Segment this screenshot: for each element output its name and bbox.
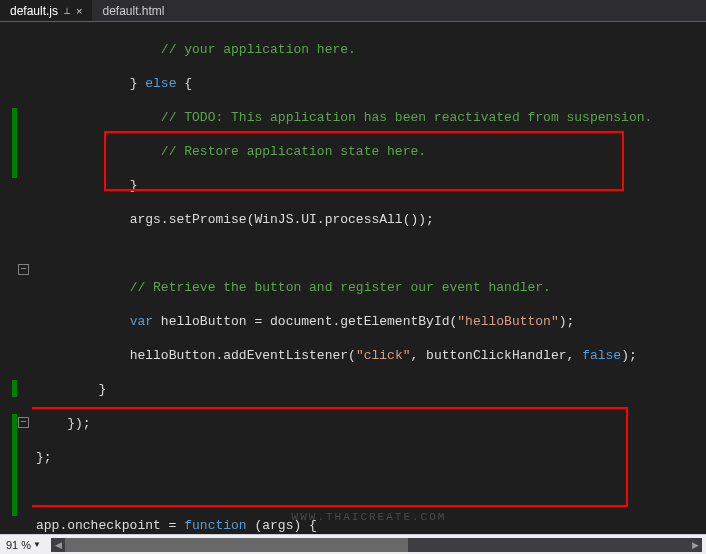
zoom-level[interactable]: 91 % ▼ xyxy=(0,539,47,551)
code-comment: // Retrieve the button and register our … xyxy=(130,280,551,295)
code-text: ); xyxy=(559,314,575,329)
code-text: helloButton.addEventListener( xyxy=(130,348,356,363)
code-text: }); xyxy=(67,416,90,431)
code-text: } xyxy=(98,382,106,397)
scroll-thumb[interactable] xyxy=(65,538,408,552)
tab-default-js[interactable]: default.js ⟂ × xyxy=(0,0,92,21)
horizontal-scrollbar[interactable]: ◀ ▶ xyxy=(51,538,702,552)
code-string: "helloButton" xyxy=(457,314,558,329)
fold-gutter: − − xyxy=(18,22,32,534)
code-keyword: var xyxy=(130,314,153,329)
code-text: } xyxy=(130,76,146,91)
tab-label: default.js xyxy=(10,4,58,18)
code-text: { xyxy=(176,76,192,91)
code-text: app.oncheckpoint = xyxy=(36,518,184,533)
pin-icon[interactable]: ⟂ xyxy=(64,5,70,16)
change-marker xyxy=(12,414,17,516)
scroll-left-arrow-icon[interactable]: ◀ xyxy=(51,538,65,552)
fold-collapse-icon[interactable]: − xyxy=(18,264,29,275)
code-keyword: function xyxy=(184,518,246,533)
code-string: "click" xyxy=(356,348,411,363)
code-area[interactable]: // your application here. } else { // TO… xyxy=(32,22,706,534)
code-keyword: else xyxy=(145,76,176,91)
status-bar: 91 % ▼ ◀ ▶ xyxy=(0,534,706,554)
code-text: }; xyxy=(36,450,52,465)
outline-gutter xyxy=(0,22,12,534)
code-text: helloButton = document.getElementById( xyxy=(153,314,457,329)
tab-default-html[interactable]: default.html xyxy=(92,0,174,21)
tab-bar: default.js ⟂ × default.html xyxy=(0,0,706,22)
code-keyword: false xyxy=(582,348,621,363)
zoom-value: 91 % xyxy=(6,539,31,551)
change-marker xyxy=(12,380,17,397)
change-marker xyxy=(12,108,17,178)
code-comment: // TODO: This application has been react… xyxy=(161,110,652,125)
code-text: } xyxy=(130,178,138,193)
tab-label: default.html xyxy=(102,4,164,18)
scroll-right-arrow-icon[interactable]: ▶ xyxy=(688,538,702,552)
fold-collapse-icon[interactable]: − xyxy=(18,417,29,428)
code-text: ); xyxy=(621,348,637,363)
code-comment: // Restore application state here. xyxy=(161,144,426,159)
scroll-track[interactable] xyxy=(65,538,688,552)
code-text: (args) { xyxy=(247,518,317,533)
code-editor[interactable]: − − // your application here. } else { /… xyxy=(0,22,706,534)
dropdown-icon: ▼ xyxy=(33,540,41,549)
code-text: , buttonClickHandler, xyxy=(410,348,582,363)
close-icon[interactable]: × xyxy=(76,5,82,17)
code-comment: // your application here. xyxy=(161,42,356,57)
code-text: args.setPromise(WinJS.UI.processAll()); xyxy=(130,212,434,227)
